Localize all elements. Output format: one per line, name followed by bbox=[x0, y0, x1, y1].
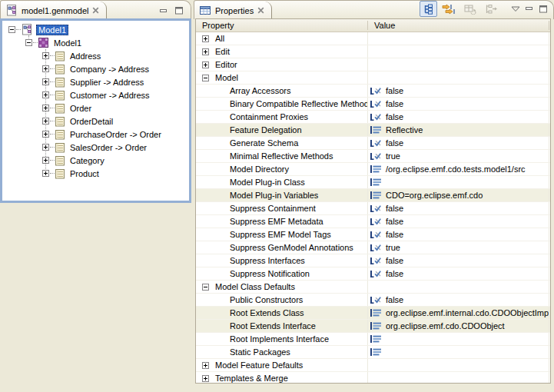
view-menu-button[interactable] bbox=[510, 5, 521, 14]
expand-toggle[interactable] bbox=[42, 91, 49, 98]
maximize-button[interactable] bbox=[538, 5, 549, 14]
tree-item[interactable]: Address bbox=[2, 49, 189, 62]
property-value-cell[interactable]: false bbox=[368, 98, 549, 110]
property-value-cell[interactable] bbox=[368, 176, 549, 188]
expand-toggle[interactable] bbox=[42, 170, 49, 177]
expand-toggle[interactable] bbox=[42, 131, 49, 138]
property-value-cell[interactable]: false bbox=[368, 267, 549, 280]
property-row[interactable]: Generate Schemafalse bbox=[196, 137, 550, 150]
expand-toggle[interactable] bbox=[25, 39, 32, 46]
properties-toolbar bbox=[420, 1, 553, 19]
property-row[interactable]: Root Implements Interface bbox=[196, 333, 550, 346]
category-row[interactable]: Edit bbox=[196, 45, 550, 58]
property-row[interactable]: Public Constructorsfalse bbox=[196, 294, 550, 307]
property-name-cell: Public Constructors bbox=[196, 294, 368, 306]
property-row[interactable]: Array Accessorsfalse bbox=[196, 85, 550, 98]
property-row[interactable]: Suppress EMF Metadatafalse bbox=[196, 215, 550, 228]
expand-toggle[interactable] bbox=[42, 65, 49, 72]
property-value-cell[interactable]: CDO=org.eclipse.emf.cdo bbox=[368, 189, 549, 201]
category-row[interactable]: Model Class Defaults bbox=[196, 281, 550, 294]
expand-toggle[interactable] bbox=[202, 61, 209, 68]
boolean-value-icon bbox=[370, 243, 383, 252]
property-row[interactable]: Static Packages bbox=[196, 346, 550, 359]
tree-item[interactable]: Company -> Address bbox=[2, 62, 189, 75]
property-value-cell[interactable]: /org.eclipse.emf.cdo.tests.model1/src bbox=[368, 163, 549, 175]
property-value-cell[interactable]: false bbox=[368, 254, 549, 267]
property-row[interactable]: Feature DelegationReflective bbox=[196, 124, 550, 137]
editor-tab[interactable]: model1.genmodel bbox=[1, 2, 107, 19]
property-row[interactable]: Minimal Reflective Methodstrue bbox=[196, 150, 550, 163]
category-row[interactable]: Model bbox=[196, 71, 550, 85]
tree-item[interactable]: OrderDetail bbox=[2, 115, 189, 128]
property-value-cell[interactable]: true bbox=[368, 241, 549, 254]
property-value-cell[interactable]: false bbox=[368, 85, 549, 97]
property-value-cell[interactable]: false bbox=[368, 137, 549, 149]
property-row[interactable]: Model Directory/org.eclipse.emf.cdo.test… bbox=[196, 163, 550, 176]
property-value-cell[interactable]: org.eclipse.emf.cdo.CDOObject bbox=[368, 320, 549, 332]
property-row[interactable]: Suppress Notificationfalse bbox=[196, 267, 550, 281]
property-row[interactable]: Model Plug-in VariablesCDO=org.eclipse.e… bbox=[196, 189, 550, 202]
property-row[interactable]: Root Extends Classorg.eclipse.emf.intern… bbox=[196, 307, 550, 320]
maximize-button[interactable] bbox=[174, 6, 184, 15]
tree-item-label: Address bbox=[68, 51, 103, 61]
property-row[interactable]: Root Extends Interfaceorg.eclipse.emf.cd… bbox=[196, 320, 550, 333]
expand-toggle[interactable] bbox=[42, 105, 49, 111]
tree-item[interactable]: Model1 bbox=[2, 23, 189, 36]
property-row[interactable]: Suppress Interfacesfalse bbox=[196, 254, 550, 267]
tree-item[interactable]: PurchaseOrder -> Order bbox=[2, 128, 189, 141]
expand-toggle[interactable] bbox=[202, 375, 209, 382]
expand-toggle[interactable] bbox=[202, 284, 209, 291]
expand-toggle[interactable] bbox=[202, 48, 209, 55]
category-label: Model Feature Defaults bbox=[215, 360, 303, 370]
tree-item[interactable]: SalesOrder -> Order bbox=[2, 141, 189, 154]
property-value-cell[interactable]: false bbox=[368, 111, 549, 123]
property-value-cell[interactable]: false bbox=[368, 202, 549, 214]
property-value-cell[interactable]: org.eclipse.emf.internal.cdo.CDOObjectIm… bbox=[368, 307, 549, 319]
property-value-cell[interactable]: Reflective bbox=[368, 124, 549, 136]
property-row[interactable]: Suppress Containmentfalse bbox=[196, 202, 550, 215]
tree-item[interactable]: Model1 bbox=[2, 36, 189, 49]
expand-toggle[interactable] bbox=[42, 118, 49, 125]
close-icon[interactable] bbox=[92, 7, 99, 14]
minimize-button[interactable] bbox=[524, 5, 535, 14]
expand-toggle[interactable] bbox=[42, 144, 49, 151]
tree-item-label: Model1 bbox=[51, 38, 84, 48]
property-value-cell[interactable]: false bbox=[368, 294, 549, 306]
property-value-cell[interactable] bbox=[368, 346, 549, 358]
row-filler bbox=[549, 71, 550, 84]
show-categories-button[interactable] bbox=[420, 1, 437, 17]
property-row[interactable]: Containment Proxiesfalse bbox=[196, 111, 550, 124]
value-column-header[interactable]: Value bbox=[368, 21, 549, 30]
tree-item[interactable]: Customer -> Address bbox=[2, 88, 189, 101]
tree-item[interactable]: Product bbox=[2, 167, 189, 180]
property-value-cell[interactable]: false bbox=[368, 215, 549, 228]
tree-item[interactable]: Supplier -> Address bbox=[2, 75, 189, 88]
property-row[interactable]: Suppress GenModel Annotationstrue bbox=[196, 241, 550, 254]
tree-connector bbox=[50, 55, 55, 57]
property-value-cell[interactable]: false bbox=[368, 228, 549, 241]
category-row[interactable]: Templates & Merge bbox=[196, 372, 550, 384]
expand-toggle[interactable] bbox=[42, 78, 49, 85]
property-row[interactable]: Binary Compatible Reflective Methodsfals… bbox=[196, 98, 550, 111]
properties-tab[interactable]: Properties bbox=[194, 2, 272, 19]
property-value-cell[interactable]: true bbox=[368, 150, 549, 162]
minimize-button[interactable] bbox=[158, 6, 169, 15]
property-value-cell[interactable] bbox=[368, 333, 549, 345]
tree-item[interactable]: Category bbox=[2, 154, 189, 167]
show-advanced-properties-button[interactable] bbox=[440, 1, 458, 17]
expand-toggle[interactable] bbox=[8, 26, 15, 33]
expand-toggle[interactable] bbox=[42, 52, 49, 59]
expand-toggle[interactable] bbox=[42, 157, 49, 164]
tree-item[interactable]: Order bbox=[2, 101, 189, 115]
property-name-cell: Minimal Reflective Methods bbox=[196, 150, 368, 162]
expand-toggle[interactable] bbox=[202, 35, 209, 42]
property-row[interactable]: Suppress EMF Model Tagsfalse bbox=[196, 228, 550, 241]
property-column-header[interactable]: Property bbox=[196, 21, 368, 30]
category-row[interactable]: All bbox=[196, 32, 550, 45]
close-icon[interactable] bbox=[257, 7, 264, 14]
category-row[interactable]: Editor bbox=[196, 58, 550, 71]
expand-toggle[interactable] bbox=[202, 362, 209, 369]
property-row[interactable]: Model Plug-in Class bbox=[196, 176, 550, 189]
category-row[interactable]: Model Feature Defaults bbox=[196, 359, 550, 372]
expand-toggle[interactable] bbox=[202, 75, 209, 81]
